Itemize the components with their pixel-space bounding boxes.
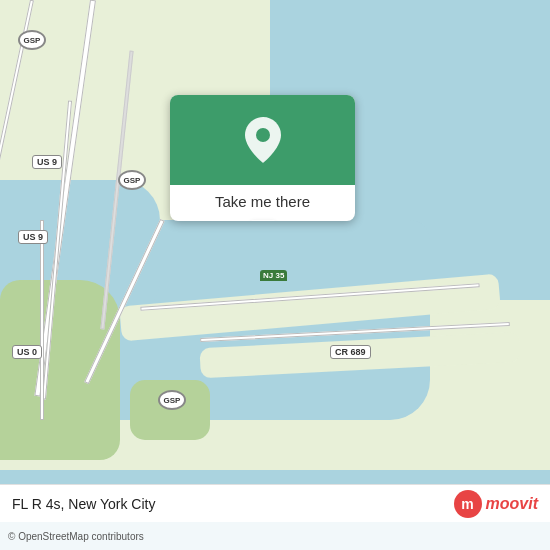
gsp-label-top: GSP: [18, 30, 46, 50]
attribution-text: © OpenStreetMap contributors: [8, 531, 144, 542]
us9-label-mid: US 9: [18, 230, 48, 244]
us9-label-top: US 9: [32, 155, 62, 169]
moovit-logo: m moovit: [454, 490, 538, 518]
us9-label-bot: US 0: [12, 345, 42, 359]
moovit-text: moovit: [486, 495, 538, 513]
take-me-there-button[interactable]: Take me there: [215, 193, 310, 210]
location-pin-icon: [245, 117, 281, 163]
moovit-m-icon: m: [454, 490, 482, 518]
info-bar: FL R 4s, New York City m moovit: [0, 484, 550, 522]
map-container: GSP GSP GSP US 9 US 9 US 0 NJ 35 CR 689 …: [0, 0, 550, 550]
svg-point-0: [256, 128, 270, 142]
attribution-bar: © OpenStreetMap contributors: [0, 522, 550, 550]
gsp-label-mid: GSP: [118, 170, 146, 190]
green-area-2: [130, 380, 210, 440]
road-us9b: [40, 220, 44, 420]
cr689-label: CR 689: [330, 345, 371, 359]
gsp-label-bot: GSP: [158, 390, 186, 410]
location-name: FL R 4s, New York City: [12, 496, 155, 512]
nj35-label: NJ 35: [260, 270, 287, 281]
popup-text-area: Take me there: [170, 185, 355, 221]
location-popup: Take me there: [170, 95, 355, 221]
popup-header: [170, 95, 355, 185]
